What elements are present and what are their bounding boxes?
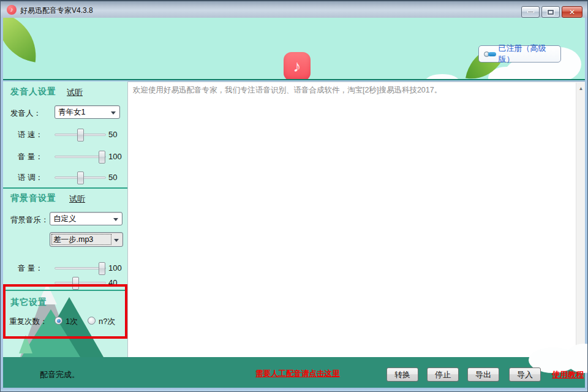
bgm-source-select[interactable]: 自定义 (50, 212, 123, 225)
bgm-volume-slider-thumb[interactable] (99, 262, 105, 275)
app-window: ♪ 好易迅配音专家V4.3.8 ✕ ♪ 已注册（高级版） 发音人设置 试听 (0, 0, 588, 392)
volume-slider-thumb[interactable] (99, 151, 105, 164)
export-button[interactable]: 导出 (467, 368, 499, 382)
speaker-preview-link[interactable]: 试听 (67, 87, 83, 98)
bgm-preview-link[interactable]: 试听 (69, 194, 85, 205)
bgm-label: 背景音乐： (10, 215, 49, 225)
minimize-icon (527, 11, 534, 13)
leaf-decoration-icon (3, 18, 42, 62)
speed-label: 语 速： (18, 130, 43, 140)
volume-slider[interactable] (55, 156, 106, 158)
window-title: 好易迅配音专家V4.3.8 (20, 6, 93, 16)
vertical-scrollbar[interactable]: ▲ ▼ (576, 83, 585, 352)
tutorial-link[interactable]: 使用教程 (552, 369, 584, 380)
music-note-icon: ♪ (284, 52, 311, 80)
restore-button[interactable] (541, 6, 560, 18)
speed-slider[interactable] (55, 134, 106, 136)
pitch-label: 语 调： (18, 173, 43, 183)
pitch-value: 50 (108, 173, 117, 182)
bgm-source-value: 自定义 (53, 214, 77, 224)
footer-bar: 配音完成。 需要人工配音请点击这里 转换 停止 导出 导入 使用教程 (3, 357, 585, 388)
speaker-label: 发音人： (10, 108, 41, 119)
registered-status-button[interactable]: 已注册（高级版） (478, 45, 561, 62)
close-icon: ✕ (569, 8, 575, 17)
chevron-down-icon (114, 239, 119, 242)
close-button[interactable]: ✕ (562, 6, 582, 18)
status-text: 配音完成。 (40, 369, 80, 380)
chevron-down-icon (111, 111, 116, 115)
key-icon (484, 50, 496, 58)
stop-button[interactable]: 停止 (427, 368, 459, 382)
cloud-decoration (426, 74, 459, 80)
pitch-slider[interactable] (55, 176, 106, 179)
registered-label: 已注册（高级版） (499, 43, 560, 65)
pitch-slider-thumb[interactable] (77, 172, 84, 184)
bgm-volume-label: 音 量： (18, 263, 43, 274)
minimize-button[interactable] (521, 6, 540, 18)
bgm-file-select[interactable]: 差一步.mp3 (50, 232, 123, 247)
welcome-text: 欢迎使用好易迅配音专家，我们专注语音识别、语音合成软件，淘宝[2秒]搜易迅科技2… (133, 85, 442, 96)
window-bottom-border (1, 388, 588, 392)
volume-slider-row: 音 量： 100 (3, 150, 127, 164)
section-title-bgm: 背景音设置 (10, 193, 56, 204)
scroll-up-icon[interactable]: ▲ (576, 84, 586, 94)
volume-label: 音 量： (18, 152, 43, 162)
bgm-volume-value: 100 (108, 263, 122, 273)
speaker-select-value: 青年女1 (58, 107, 85, 118)
highlight-red-box (3, 284, 127, 339)
app-icon: ♪ (7, 5, 17, 15)
import-button[interactable]: 导入 (509, 368, 541, 382)
speaker-select[interactable]: 青年女1 (55, 105, 120, 119)
pitch-slider-row: 语 调： 50 (3, 171, 127, 184)
focus-rectangle (51, 234, 111, 245)
section-title-speaker: 发音人设置 (10, 86, 56, 97)
bgm-volume-slider-row: 音 量： 100 (3, 262, 127, 275)
text-editor-area[interactable]: 欢迎使用好易迅配音专家，我们专注语音识别、语音合成软件，淘宝[2秒]搜易迅科技2… (127, 81, 585, 357)
manual-dubbing-link[interactable]: 需要人工配音请点击这里 (255, 369, 340, 379)
chevron-down-icon (113, 218, 118, 221)
volume-value: 100 (108, 152, 122, 161)
restore-icon (548, 10, 554, 15)
header-banner: ♪ 已注册（高级版） (3, 18, 585, 80)
bgm-volume-slider[interactable] (55, 267, 106, 270)
speed-slider-thumb[interactable] (77, 129, 84, 141)
convert-button[interactable]: 转换 (386, 368, 418, 382)
speed-slider-row: 语 速： 50 (3, 128, 127, 141)
title-bar[interactable]: ♪ 好易迅配音专家V4.3.8 ✕ (1, 1, 588, 18)
settings-sidebar: 发音人设置 试听 发音人： 青年女1 语 速： 50 音 量： 100 语 调：… (3, 81, 127, 357)
speed-value: 50 (108, 130, 117, 139)
section-divider (3, 187, 127, 189)
